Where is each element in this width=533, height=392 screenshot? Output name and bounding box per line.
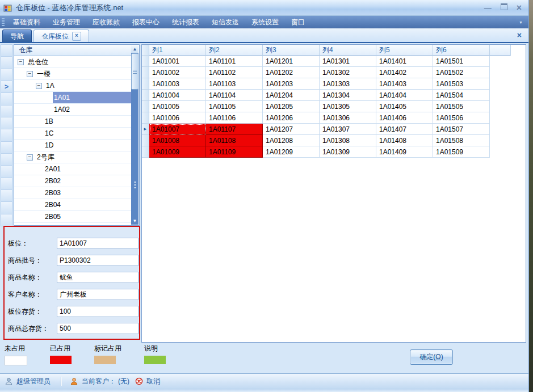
grid-cell[interactable]: 1A01002 <box>149 67 206 78</box>
tree-node[interactable]: 2B04 <box>14 199 131 211</box>
menu-item[interactable]: 窗口 <box>285 16 311 28</box>
tree-node[interactable]: −2号库 <box>14 151 131 163</box>
grid-cell[interactable]: 1A01204 <box>263 90 320 101</box>
tab[interactable]: 仓库板位× <box>33 29 89 42</box>
splitter-cell[interactable] <box>1 165 12 178</box>
splitter-cell[interactable] <box>1 189 12 202</box>
scrollbar-thumb[interactable] <box>131 53 139 90</box>
cancel-icon[interactable] <box>135 377 143 385</box>
menu-item[interactable]: 统计报表 <box>166 16 205 28</box>
tree-node[interactable]: 1D <box>14 140 131 151</box>
grid-cell[interactable]: 1A01109 <box>206 146 263 158</box>
grid-cell[interactable]: 1A01008 <box>149 135 206 146</box>
row-indicator[interactable] <box>142 135 149 146</box>
row-indicator[interactable] <box>142 67 149 78</box>
grid-cell[interactable]: 1A01202 <box>263 67 320 78</box>
tree-expander-icon[interactable]: − <box>27 71 33 77</box>
tree-node[interactable]: −1A <box>14 80 131 92</box>
grid-cell[interactable]: 1A01009 <box>149 146 206 158</box>
grid-cell[interactable]: 1A01404 <box>376 90 433 101</box>
grid-cell[interactable]: 1A01206 <box>263 112 320 124</box>
grid-cell[interactable]: 1A01309 <box>320 146 376 158</box>
column-header[interactable]: 列1 <box>149 45 206 56</box>
grid-cell[interactable]: 1A01105 <box>206 101 263 112</box>
grid-cell[interactable]: 1A01005 <box>149 101 206 112</box>
grid-cell[interactable]: 1A01102 <box>206 67 263 78</box>
grid-cell[interactable]: 1A01407 <box>376 124 433 135</box>
grid-cell[interactable]: 1A01509 <box>433 146 490 158</box>
grid-cell[interactable]: 1A01304 <box>320 90 376 101</box>
grid-cell[interactable]: 1A01203 <box>263 78 320 90</box>
grid-cell[interactable]: 1A01502 <box>433 67 490 78</box>
form-input[interactable] <box>57 306 139 317</box>
form-input[interactable] <box>57 323 139 334</box>
grid-cell[interactable]: 1A01004 <box>149 90 206 101</box>
grid-cell[interactable]: 1A01303 <box>320 78 376 90</box>
tree-node[interactable]: −总仓位 <box>14 56 131 68</box>
row-indicator[interactable] <box>142 112 149 124</box>
splitter-cell[interactable] <box>1 153 12 166</box>
splitter-cell[interactable] <box>1 56 12 69</box>
grid-cell[interactable]: 1A01307 <box>320 124 376 135</box>
menu-item[interactable]: 报表中心 <box>126 16 166 28</box>
splitter-cell[interactable]: > <box>1 81 12 93</box>
grid-cell[interactable]: 1A01306 <box>320 112 376 124</box>
splitter-cell[interactable] <box>1 129 12 141</box>
grid-cell[interactable]: 1A01007 <box>149 124 206 135</box>
grid-cell[interactable]: 1A01402 <box>376 67 433 78</box>
grid-cell[interactable]: 1A01006 <box>149 112 206 124</box>
grid-cell[interactable]: 1A01401 <box>376 56 433 67</box>
tree-node[interactable]: 2B05 <box>14 211 131 223</box>
tree-node[interactable]: 2B02 <box>14 175 131 187</box>
tree-expander-icon[interactable]: − <box>27 154 33 161</box>
splitter-cell[interactable] <box>1 69 12 81</box>
grid-cell[interactable]: 1A01405 <box>376 101 433 112</box>
grid-cell[interactable]: 1A01101 <box>206 56 263 67</box>
grid-cell[interactable]: 1A01201 <box>263 56 320 67</box>
form-input[interactable] <box>57 255 139 266</box>
grid-cell[interactable]: 1A01205 <box>263 101 320 112</box>
grid-cell[interactable]: 1A01503 <box>433 78 490 90</box>
grid-cell[interactable]: 1A01301 <box>320 56 376 67</box>
splitter-cell[interactable] <box>1 117 12 129</box>
grid-cell[interactable]: 1A01108 <box>206 135 263 146</box>
splitter-cell[interactable] <box>1 214 12 226</box>
grid-cell[interactable]: 1A01504 <box>433 90 490 101</box>
row-indicator[interactable] <box>142 56 149 67</box>
grid-cell[interactable]: 1A01209 <box>263 146 320 158</box>
splitter-cell[interactable] <box>1 92 12 105</box>
menu-item[interactable]: 基础资料 <box>7 16 47 28</box>
menu-item[interactable]: 业务管理 <box>47 16 86 28</box>
tree-node[interactable]: −一楼 <box>14 68 131 80</box>
grid-cell[interactable]: 1A01001 <box>149 56 206 67</box>
tree-expander-icon[interactable]: − <box>18 59 24 65</box>
scroll-down-button[interactable]: ▼ <box>131 217 139 225</box>
row-indicator[interactable]: ► <box>142 124 149 135</box>
menu-item[interactable]: 系统设置 <box>245 16 285 28</box>
menu-item[interactable]: 应收账款 <box>86 16 126 28</box>
grid-cell[interactable]: 1A01501 <box>433 56 490 67</box>
splitter-cell[interactable] <box>1 44 12 57</box>
grid-cell[interactable]: 1A01208 <box>263 135 320 146</box>
grid-cell[interactable]: 1A01308 <box>320 135 376 146</box>
column-header[interactable]: 列2 <box>206 45 263 56</box>
grid-cell[interactable]: 1A01408 <box>376 135 433 146</box>
menu-overflow-icon[interactable]: ▼ <box>519 20 523 24</box>
tree-expander-icon[interactable]: − <box>36 83 42 89</box>
column-header[interactable]: 列4 <box>320 45 376 56</box>
tree-node[interactable]: 1A02 <box>14 104 131 116</box>
grid-cell[interactable]: 1A01506 <box>433 112 490 124</box>
tree-scrollbar[interactable]: ▲ ▼ <box>131 45 139 225</box>
grid-cell[interactable]: 1A01507 <box>433 124 490 135</box>
confirm-button[interactable]: 确定(O) <box>410 349 453 365</box>
scroll-up-button[interactable]: ▲ <box>131 45 139 53</box>
grid-cell[interactable]: 1A01103 <box>206 78 263 90</box>
column-header[interactable]: 列6 <box>433 45 490 56</box>
row-indicator[interactable] <box>142 78 149 90</box>
grid-cell[interactable]: 1A01406 <box>376 112 433 124</box>
splitter-cell[interactable] <box>1 105 12 117</box>
tabstrip-close-icon[interactable]: × <box>517 31 522 40</box>
cancel-link[interactable]: 取消 <box>146 377 160 386</box>
tree-node[interactable]: 1C <box>14 128 131 140</box>
form-input[interactable] <box>57 289 139 300</box>
